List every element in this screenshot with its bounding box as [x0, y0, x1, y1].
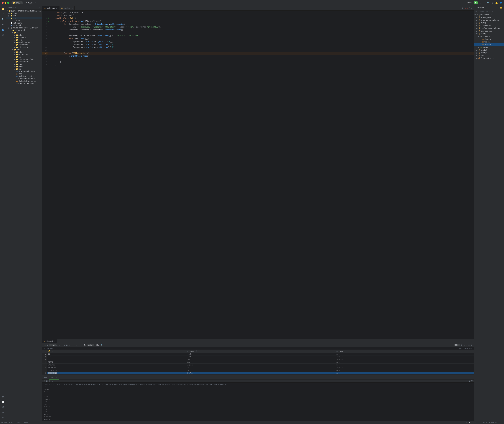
sql-stop[interactable]: ⏹ — [66, 344, 68, 346]
table-row[interactable]: 4 12312 Sam male — [42, 361, 474, 364]
db-sys[interactable]: ▶ 🗄 sys — [474, 54, 504, 57]
tree-jdbc-iml[interactable]: ◆ JDBC.iml — [6, 24, 42, 27]
more-button[interactable]: ⋯ — [483, 2, 485, 4]
minimize-button[interactable] — [5, 2, 6, 4]
tree-ha[interactable]: ▶ 📁 ha — [6, 56, 42, 58]
table-row[interactable]: 1 13 JoeNo male — [42, 353, 474, 355]
db-schema-icon[interactable]: ⊞ — [482, 10, 484, 13]
table-row[interactable]: 3 133 Joe female — [42, 358, 474, 361]
db-server-objects[interactable]: ▶ 📦 Server Objects — [474, 57, 504, 60]
table-row[interactable]: 2 111 SSam female — [42, 355, 474, 358]
tree-com-mysql[interactable]: ▼ 📁 com.mysql — [6, 29, 42, 31]
tab-main-java[interactable]: ☕ Main.java ✕ — [42, 6, 59, 10]
settings-button[interactable]: ⚙ — [491, 2, 493, 4]
sql-toolbar-more[interactable]: ⋯ — [469, 339, 474, 343]
run-button[interactable]: ▶ — [474, 1, 478, 4]
tree-client-info[interactable]: ☕ ClientInfoProvider — [6, 82, 42, 85]
activity-run[interactable]: ▶ — [1, 22, 5, 27]
db-info-schema[interactable]: ▶ 🗄 information_schema — [474, 19, 504, 21]
tree-jdbc-admin[interactable]: ▶ 📁 admin — [6, 51, 42, 53]
account-button[interactable]: 👤 — [500, 2, 502, 4]
tree-util[interactable]: ▶ 📁 util — [6, 68, 42, 70]
activity-vcs[interactable]: ⑂ — [1, 12, 5, 16]
table-row[interactable]: 5 3423423 Angela male — [42, 364, 474, 366]
tree-interceptors-cj[interactable]: ▶ 📁 interceptors — [6, 46, 42, 48]
settings-btn-sql[interactable]: ⚙ — [471, 344, 472, 346]
export-btn[interactable]: ⬇ — [463, 344, 465, 346]
project-selector[interactable]: 📁 JDBC ▾ — [12, 1, 23, 4]
sql-undo[interactable]: ↩ — [76, 344, 78, 346]
collapse-icon[interactable]: ⌄ — [471, 7, 472, 9]
run-config[interactable]: Main ▾ — [467, 2, 472, 4]
debug-button[interactable]: ⬡ — [479, 2, 481, 4]
expand-btn[interactable]: ⤡ — [466, 344, 467, 346]
tree-jdbc-exceptions[interactable]: ▶ 📁 exceptions — [6, 53, 42, 56]
tx-select[interactable]: Auto ▾ — [88, 344, 94, 346]
console-scroll[interactable]: ⤓ — [51, 380, 53, 382]
ddl-button[interactable]: DDL — [95, 344, 99, 346]
tree-configurations[interactable]: ▶ 📁 configurations — [6, 41, 42, 44]
db-study2[interactable]: ▶ 🗄 study2 — [474, 49, 504, 51]
col-sid[interactable]: 🔑 sid ⋮ — [47, 350, 185, 353]
code-editor[interactable]: 1 import java.io.PrintWriter; 2 import j… — [42, 11, 474, 339]
tree-mysql-connector[interactable]: ▶ 🗜 mysql-connector-j-8.2.0.jar — [6, 27, 42, 29]
tree-exceptions[interactable]: ▶ 📁 exceptions — [6, 44, 42, 46]
tree-callback[interactable]: ▶ 📁 callback — [6, 36, 42, 39]
csv-export[interactable]: CSV ▾ — [454, 344, 460, 346]
console-more[interactable]: ⋯ — [54, 380, 56, 382]
sql-search-icon[interactable]: 🔍 — [101, 344, 103, 346]
db-online-order[interactable]: ▶ 🗄 onlineOrder — [474, 24, 504, 27]
maximize-button[interactable] — [7, 2, 9, 4]
activity-search[interactable]: 🔍 — [1, 17, 5, 21]
db-study4[interactable]: ▶ 🗄 study4 — [474, 51, 504, 54]
db-ddl[interactable]: DDL — [485, 10, 489, 13]
db-tables[interactable]: ▼ ⊞ tables 3 — [474, 35, 504, 38]
console-stop[interactable]: ⏹ — [46, 380, 48, 382]
nav-last[interactable]: ▶| — [59, 344, 61, 346]
tree-out[interactable]: ▶ 📁 out — [6, 14, 42, 17]
branch-selector[interactable]: ⎇ master ▾ — [24, 1, 37, 4]
db-notification[interactable]: 🔔 — [500, 7, 502, 9]
notification-button[interactable]: 🔔 — [495, 2, 498, 4]
sql-refresh[interactable]: ↻ — [63, 344, 65, 346]
db-study[interactable]: ▼ 🗄 study — [474, 32, 504, 35]
sql-minus[interactable]: － — [71, 344, 73, 346]
activity-bottom5[interactable]: ♦ — [1, 415, 5, 419]
activity-explorer[interactable]: 📁 — [1, 7, 5, 11]
console-up[interactable]: ▲ — [469, 380, 470, 382]
import-btn[interactable]: ⬆ — [461, 344, 462, 346]
tree-admin[interactable]: ▶ 📁 admin — [6, 34, 42, 36]
db-localhost[interactable]: ▼ 🔌 @localhost 10 — [474, 13, 504, 16]
console-down[interactable]: ▼ — [471, 380, 472, 382]
tree-blob-locator[interactable]: ☕ BlobFromLocator — [6, 75, 42, 77]
sql-tab-student[interactable]: ⊞ student ✕ — [42, 339, 57, 343]
col-sex[interactable]: Aa sex ⋮ — [335, 350, 474, 353]
search-button-header[interactable]: 🔍 — [487, 2, 490, 4]
tree-integration[interactable]: ▶ 📁 integration.c3p0 — [6, 58, 42, 61]
tree-jmx[interactable]: ▶ 📁 jmx — [6, 63, 42, 65]
tree-abandoned[interactable]: ☕ AbandonedConnec... — [6, 70, 42, 73]
tree-idea[interactable]: ▶ 📁 .idea — [6, 12, 42, 14]
db-staybooking[interactable]: ▶ 🗄 staybooking — [474, 30, 504, 32]
db-more[interactable]: ⋯ — [491, 10, 494, 13]
sql-add[interactable]: ＋ — [69, 344, 70, 346]
db-add[interactable]: ＋ — [475, 10, 477, 13]
nav-first[interactable]: |◀ — [44, 344, 45, 346]
table-row[interactable]: 7 199012312 Jo male — [42, 369, 474, 372]
tree-cj[interactable]: ▼ 📁 cj — [6, 31, 42, 34]
tree-jdbc-pkg[interactable]: ▼ 📁 jdbc — [6, 48, 42, 51]
run-line-3[interactable]: ▶ — [48, 17, 50, 19]
tree-conf[interactable]: ▶ 📁 conf — [6, 39, 42, 41]
activity-plugins[interactable]: ⬡ — [1, 33, 5, 37]
nav-prev[interactable]: ◀ — [46, 344, 48, 346]
tab-student-close[interactable]: ✕ — [71, 7, 73, 9]
col-name[interactable]: Aa name ⋮ — [185, 350, 335, 353]
db-refresh[interactable]: ↻ — [478, 10, 479, 13]
activity-bottom4[interactable]: ⊕ — [1, 410, 5, 414]
status-jdbc[interactable]: ⬡ — [1, 421, 3, 423]
tree-gitignore[interactable]: 📄 .gitignore — [6, 22, 42, 24]
sql-redo[interactable]: ↪ — [79, 344, 80, 346]
activity-bottom2[interactable]: 📋 — [1, 400, 5, 404]
expand-icon[interactable]: ⌃ — [469, 7, 470, 9]
status-icon1[interactable]: ⚡ — [498, 421, 500, 423]
